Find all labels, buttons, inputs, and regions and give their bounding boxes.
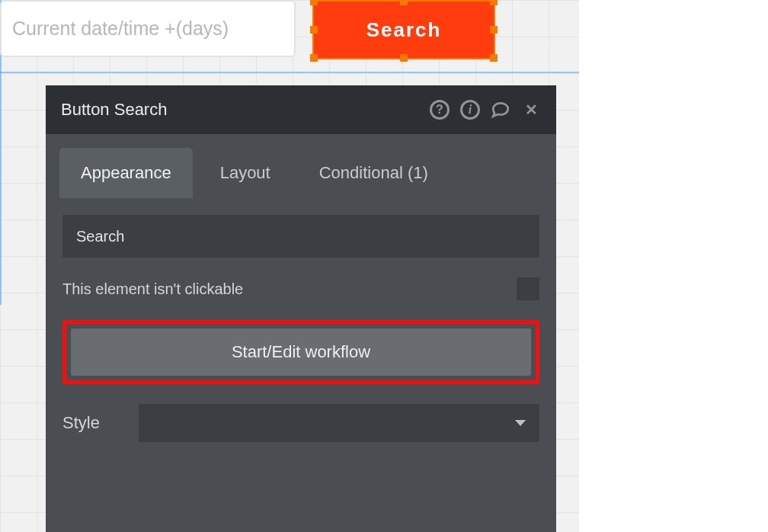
style-label: Style <box>62 413 123 433</box>
clickable-label: This element isn't clickable <box>62 280 243 298</box>
resize-handle[interactable] <box>490 26 498 34</box>
info-icon[interactable]: i <box>460 100 480 120</box>
panel-header[interactable]: Button Search ? i ✕ <box>46 85 556 134</box>
datetime-placeholder: Current date/time +(days) <box>12 18 229 40</box>
resize-handle[interactable] <box>400 0 408 5</box>
workflow-button-label: Start/Edit workflow <box>232 342 370 362</box>
resize-handle[interactable] <box>310 54 318 62</box>
tab-appearance[interactable]: Appearance <box>59 148 193 198</box>
resize-handle[interactable] <box>400 54 408 62</box>
chevron-down-icon <box>515 420 526 426</box>
style-row: Style <box>62 404 539 442</box>
search-button-label: Search <box>366 18 442 42</box>
tab-layout[interactable]: Layout <box>199 148 292 198</box>
help-icon[interactable]: ? <box>430 100 450 120</box>
resize-handle[interactable] <box>310 26 318 34</box>
resize-handle[interactable] <box>310 0 318 5</box>
style-dropdown[interactable] <box>139 404 539 442</box>
resize-handle[interactable] <box>490 54 498 62</box>
workflow-highlight: Start/Edit workflow <box>62 320 539 384</box>
start-edit-workflow-button[interactable]: Start/Edit workflow <box>71 328 531 376</box>
datetime-input[interactable]: Current date/time +(days) <box>0 0 296 57</box>
close-icon[interactable]: ✕ <box>521 100 541 120</box>
clickable-row: This element isn't clickable <box>62 277 539 300</box>
caption-input[interactable]: Search <box>62 215 539 258</box>
caption-value: Search <box>76 228 124 245</box>
tab-conditional[interactable]: Conditional (1) <box>298 148 450 198</box>
clickable-checkbox[interactable] <box>517 277 539 300</box>
resize-handle[interactable] <box>490 0 498 5</box>
property-editor[interactable]: Button Search ? i ✕ Appearance Layout Co… <box>46 85 556 532</box>
panel-title: Button Search <box>61 100 167 120</box>
tabs: Appearance Layout Conditional (1) <box>46 134 556 198</box>
search-button-element[interactable]: Search <box>312 0 495 59</box>
comment-icon[interactable] <box>491 100 510 120</box>
